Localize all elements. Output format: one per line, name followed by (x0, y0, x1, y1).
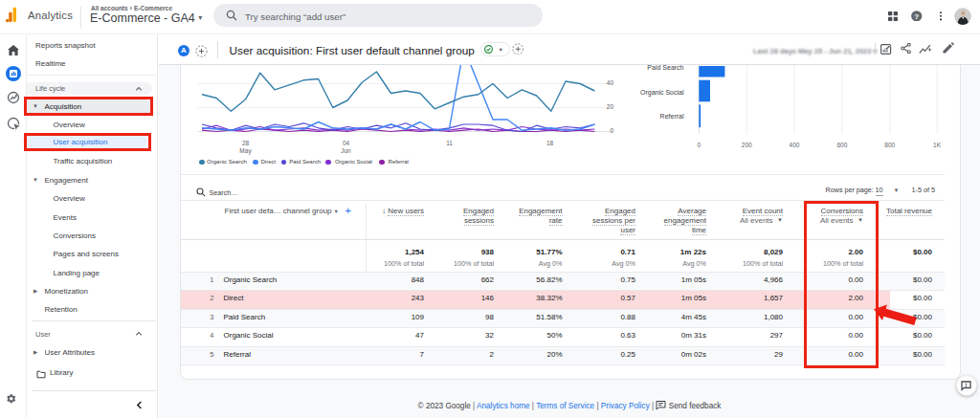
svg-text:20: 20 (606, 103, 613, 110)
svg-text:May: May (239, 147, 252, 155)
svg-text:Jun: Jun (341, 147, 351, 154)
svg-text:28: 28 (241, 140, 249, 146)
svg-text:Organic Social: Organic Social (639, 89, 683, 97)
svg-text:0: 0 (610, 127, 613, 134)
svg-text:1K: 1K (933, 142, 942, 148)
svg-text:40: 40 (606, 79, 613, 86)
svg-text:Referral: Referral (659, 113, 683, 120)
svg-text:?: ? (914, 11, 919, 20)
svg-text:800: 800 (884, 142, 895, 148)
svg-text:0: 0 (697, 142, 701, 148)
svg-text:Paid Search: Paid Search (647, 64, 683, 71)
svg-text:04: 04 (342, 140, 349, 146)
svg-text:18: 18 (546, 140, 553, 146)
svg-text:11: 11 (446, 140, 453, 146)
svg-text:400: 400 (789, 142, 799, 148)
svg-text:200: 200 (741, 142, 751, 148)
svg-text:600: 600 (836, 142, 847, 148)
